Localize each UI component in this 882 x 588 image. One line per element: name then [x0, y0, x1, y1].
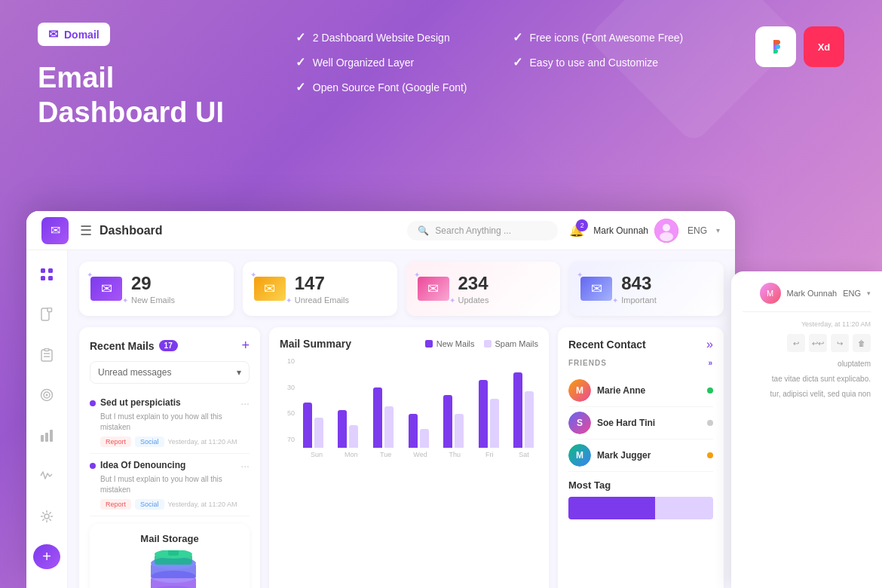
bar-new-tue: [373, 387, 382, 448]
logo-area: ✉ Domail Email Dashboard UI: [38, 23, 224, 130]
sidebar-item-chart[interactable]: [33, 423, 60, 449]
filter-dropdown[interactable]: Unread messages ▾: [90, 361, 250, 384]
dashboard-title: Dashboard: [100, 224, 407, 237]
mail-storage-section: Mail Storage: [90, 524, 250, 588]
check-icon-5: ✓: [513, 55, 522, 69]
dashboard-header: ✉ ☰ Dashboard 🔍 Search Anything ... 🔔 2 …: [26, 211, 735, 250]
chevron-down-icon: ▾: [237, 367, 241, 378]
bar-new-sat: [513, 372, 522, 448]
add-mail-button[interactable]: +: [241, 338, 250, 354]
svg-rect-29: [168, 550, 179, 556]
feature-4: ✓ Free icons (Font Awesome Free): [513, 30, 684, 44]
contact-marie[interactable]: M Marie Anne: [568, 375, 713, 407]
sidebar-item-grid[interactable]: [33, 262, 60, 287]
chart-legend: New Mails Spam Mails: [425, 339, 538, 348]
sidebar-item-settings[interactable]: [33, 504, 60, 529]
bar-label-sat: Sat: [510, 451, 538, 458]
notification-button[interactable]: 🔔 2: [569, 223, 584, 237]
mail-tags-2: Report Social Yesterday, at 11:20 AM: [100, 499, 250, 510]
tag-report-1[interactable]: Report: [100, 436, 131, 447]
recent-mails-title: Recent Mails 17: [90, 340, 178, 352]
dashboard-body: + ✦ ✉ ✦ 29 New Emails: [26, 250, 735, 588]
tag-social-1[interactable]: Social: [135, 436, 164, 447]
svg-point-3: [663, 224, 670, 231]
feature-2: ✓ Well Organized Layer: [296, 55, 467, 69]
feature-1: ✓ 2 Dashboard Website Design: [296, 30, 467, 44]
mail-preview-2: But I must explain to you how all this m…: [100, 474, 250, 495]
tag-social-2[interactable]: Social: [135, 499, 164, 510]
mail-summary-card: Mail Summary New Mails Spam Mails: [269, 327, 549, 588]
sidebar-item-target[interactable]: [33, 383, 60, 409]
hamburger-icon[interactable]: ☰: [80, 222, 92, 239]
search-icon: 🔍: [418, 225, 429, 236]
sidebar-item-file[interactable]: [33, 302, 60, 328]
svg-rect-12: [44, 348, 49, 351]
tag-report-2[interactable]: Report: [100, 499, 131, 510]
unread-emails-icon: ✉: [254, 277, 286, 301]
rp-delete-icon[interactable]: 🗑: [853, 334, 871, 352]
tag-bar: [568, 497, 713, 519]
svg-rect-5: [41, 268, 45, 273]
header-right: 🔔 2 Mark Ounnah ENG ▾: [569, 219, 720, 243]
mail-item-1[interactable]: Sed ut perspiciatis ··· But I must expla…: [90, 391, 250, 454]
right-panel-header: M Mark Ounnah ENG ▾: [743, 283, 871, 312]
recent-contact-title: Recent Contact: [568, 338, 646, 351]
svg-point-4: [660, 232, 673, 241]
rp-reply-all-icon[interactable]: ↩↩: [809, 334, 827, 352]
bar-label-thu: Thu: [440, 451, 469, 458]
rp-forward-icon[interactable]: ↪: [831, 334, 849, 352]
unread-emails-count: 147: [295, 273, 349, 294]
rp-lang: ENG: [843, 289, 861, 298]
mail-more-1[interactable]: ···: [240, 397, 250, 409]
add-button[interactable]: +: [33, 544, 60, 570]
check-icon-4: ✓: [513, 30, 522, 44]
stat-info-updates: 234 Updates: [458, 273, 489, 305]
search-placeholder: Search Anything ...: [435, 225, 511, 236]
mail-preview-1: But I must explain to you how all this m…: [100, 412, 250, 433]
legend-spam-dot: [484, 340, 492, 348]
bar-group-wed: [404, 372, 433, 448]
mail-more-2[interactable]: ···: [240, 460, 250, 472]
dashboard-container: ✉ ☰ Dashboard 🔍 Search Anything ... 🔔 2 …: [26, 211, 735, 588]
contact-soe[interactable]: S Soe Hard Tini: [568, 407, 713, 439]
mail-subject-2: Idea Of Denouncing: [100, 460, 240, 470]
language-selector[interactable]: ENG: [688, 225, 707, 236]
avatar-marie: M: [568, 379, 591, 402]
rp-text-1: oluptatem: [743, 358, 871, 369]
main-content: ✦ ✉ ✦ 29 New Emails ✦ ✉ ✦: [68, 250, 735, 588]
bar-spam-tue: [384, 406, 394, 448]
bar-group-sat: [509, 372, 538, 448]
rp-reply-icon[interactable]: ↩: [787, 334, 805, 352]
chevron-down-icon: ▾: [716, 226, 720, 234]
important-label: Important: [621, 296, 656, 305]
bar-group-tue: [369, 372, 398, 448]
bar-chart: 70 50 30 10 SunMonTueWedThuFriSat: [280, 357, 538, 458]
updates-icon: ✉: [418, 277, 449, 301]
stat-updates: ✦ ✉ ✦ 234 Updates: [406, 262, 561, 316]
bar-labels: SunMonTueWedThuFriSat: [299, 448, 538, 458]
feature-5: ✓ Easy to use and Customize: [513, 55, 684, 69]
storage-illustration: [124, 550, 215, 588]
updates-count: 234: [458, 273, 489, 294]
mail-item-2[interactable]: Idea Of Denouncing ··· But I must explai…: [90, 454, 250, 516]
contact-mark[interactable]: M Mark Jugger: [568, 439, 713, 472]
contact-forward-icon[interactable]: »: [706, 338, 713, 351]
stat-unread-emails: ✦ ✉ ✦ 147 Unread Emails: [243, 262, 397, 316]
svg-rect-7: [41, 276, 45, 280]
bar-label-fri: Fri: [475, 451, 504, 458]
bar-group-fri: [474, 372, 504, 448]
bar-group-sun: [299, 372, 328, 448]
rp-text-2: tae vitae dicta sunt explicabo.: [743, 373, 871, 384]
sidebar: +: [26, 250, 68, 588]
search-bar[interactable]: 🔍 Search Anything ...: [407, 221, 558, 240]
bar-spam-sat: [525, 391, 534, 448]
sidebar-item-activity[interactable]: [33, 464, 60, 489]
sidebar-item-clipboard[interactable]: [33, 342, 60, 368]
bar-label-tue: Tue: [372, 451, 400, 458]
user-name: Mark Ounnah: [593, 225, 648, 236]
bar-label-sun: Sun: [302, 451, 331, 458]
hero-title: Email Dashboard UI: [38, 61, 224, 130]
check-icon-2: ✓: [296, 55, 305, 69]
bar-group-thu: [439, 372, 468, 448]
new-emails-label: New Emails: [131, 296, 175, 305]
